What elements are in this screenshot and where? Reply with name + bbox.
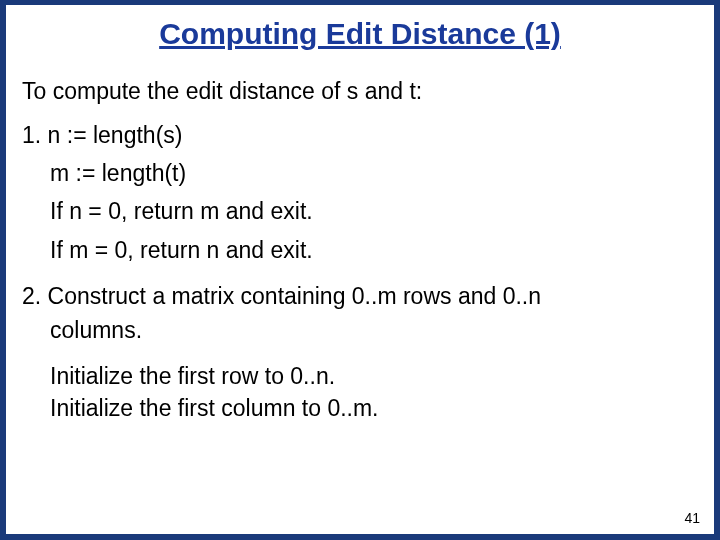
step2-line-c: Initialize the first column to 0..m. bbox=[22, 396, 698, 420]
step2-init-block: Initialize the first row to 0..n. Initia… bbox=[22, 364, 698, 420]
step2-line-a2: columns. bbox=[22, 318, 698, 342]
slide-frame: Computing Edit Distance (1) To compute t… bbox=[0, 0, 720, 540]
step1-line-c: If n = 0, return m and exit. bbox=[22, 199, 698, 223]
slide-body: Computing Edit Distance (1) To compute t… bbox=[6, 5, 714, 534]
step1-line-b: m := length(t) bbox=[22, 161, 698, 185]
page-number: 41 bbox=[684, 510, 700, 526]
intro-text: To compute the edit distance of s and t: bbox=[22, 79, 698, 103]
slide-title: Computing Edit Distance (1) bbox=[6, 17, 714, 51]
step2-block: 2. Construct a matrix containing 0..m ro… bbox=[22, 284, 698, 342]
step2-line-a: 2. Construct a matrix containing 0..m ro… bbox=[22, 284, 698, 308]
step1-line-a: 1. n := length(s) bbox=[22, 123, 698, 147]
step1-line-d: If m = 0, return n and exit. bbox=[22, 238, 698, 262]
step2-line-b: Initialize the first row to 0..n. bbox=[22, 364, 698, 388]
slide-content: To compute the edit distance of s and t:… bbox=[22, 79, 698, 434]
